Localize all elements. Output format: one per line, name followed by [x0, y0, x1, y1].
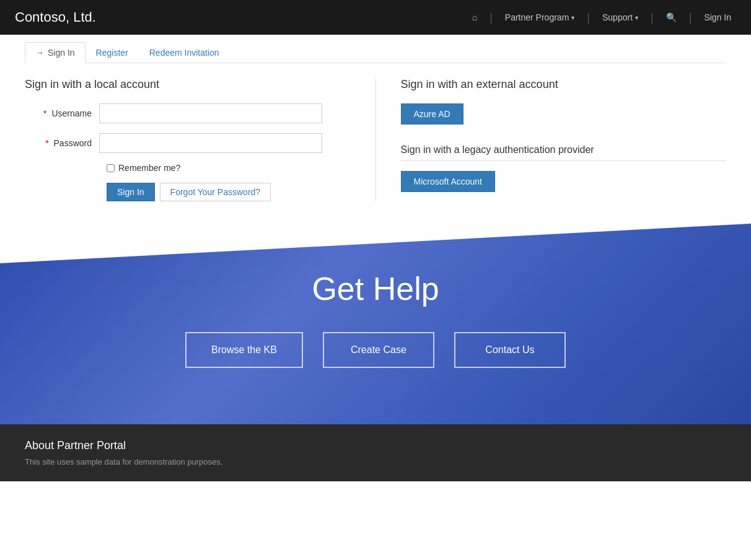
search-icon: 🔍: [666, 12, 677, 22]
local-account-section: Sign in with a local account * Username …: [25, 78, 376, 201]
external-account-section: Sign in with an external account Azure A…: [376, 78, 727, 201]
support-label: Support: [602, 12, 633, 22]
form-buttons: Sign In Forgot Your Password?: [107, 183, 351, 201]
nav-separator-2: |: [587, 11, 590, 24]
get-help-title: Get Help: [12, 270, 739, 307]
local-account-title: Sign in with a local account: [25, 78, 351, 91]
tab-redeem-label: Redeem Invitation: [149, 48, 219, 58]
nav-separator-1: |: [490, 11, 493, 24]
nav-sign-in-button[interactable]: Sign In: [699, 0, 736, 35]
partner-program-chevron: ▾: [571, 14, 574, 21]
home-icon: ⌂: [472, 12, 477, 22]
footer-title: About Partner Portal: [25, 439, 726, 452]
support-button[interactable]: Support ▾: [597, 0, 643, 35]
password-required-star: *: [45, 138, 48, 148]
top-navigation: Contoso, Ltd. ⌂ | Partner Program ▾ | Su…: [0, 0, 751, 35]
main-content: → Sign In Register Redeem Invitation Sig…: [0, 35, 751, 214]
tab-sign-in[interactable]: → Sign In: [25, 42, 86, 63]
tab-redeem[interactable]: Redeem Invitation: [139, 42, 230, 63]
username-required-star: *: [43, 108, 46, 118]
sign-in-layout: Sign in with a local account * Username …: [25, 78, 726, 201]
get-help-buttons: Browse the KB Create Case Contact Us: [12, 332, 739, 368]
brand-name: Contoso, Ltd.: [15, 9, 467, 25]
forgot-password-button[interactable]: Forgot Your Password?: [160, 183, 271, 201]
footer-text: This site uses sample data for demonstra…: [25, 457, 726, 466]
legacy-auth-title: Sign in with a legacy authentication pro…: [401, 144, 727, 161]
footer: About Partner Portal This site uses samp…: [0, 424, 751, 481]
nav-separator-3: |: [651, 11, 654, 24]
auth-tabs: → Sign In Register Redeem Invitation: [25, 35, 726, 63]
password-label: * Password: [25, 138, 99, 148]
password-input[interactable]: [99, 133, 322, 153]
username-row: * Username: [25, 103, 351, 123]
contact-us-button[interactable]: Contact Us: [454, 332, 566, 368]
sign-in-submit-button[interactable]: Sign In: [107, 183, 155, 201]
nav-links: ⌂ | Partner Program ▾ | Support ▾ | 🔍 | …: [467, 0, 736, 35]
home-button[interactable]: ⌂: [467, 0, 482, 35]
microsoft-account-button[interactable]: Microsoft Account: [401, 171, 496, 192]
partner-program-label: Partner Program: [505, 12, 569, 22]
create-case-button[interactable]: Create Case: [323, 332, 434, 368]
tab-register-label: Register: [96, 48, 128, 58]
support-chevron: ▾: [635, 14, 638, 21]
get-help-content: Get Help Browse the KB Create Case Conta…: [12, 270, 739, 368]
search-button[interactable]: 🔍: [661, 0, 682, 35]
sign-in-icon: →: [35, 48, 44, 58]
tab-sign-in-label: Sign In: [48, 48, 75, 58]
username-input[interactable]: [99, 103, 322, 123]
azure-ad-button[interactable]: Azure AD: [401, 103, 463, 125]
get-help-section: Get Help Browse the KB Create Case Conta…: [0, 214, 751, 424]
remember-me-label[interactable]: Remember me?: [118, 163, 180, 173]
remember-me-checkbox[interactable]: [107, 164, 115, 172]
remember-me-row: Remember me?: [107, 163, 351, 173]
nav-separator-4: |: [689, 11, 692, 24]
password-row: * Password: [25, 133, 351, 153]
external-account-title: Sign in with an external account: [401, 78, 727, 91]
browse-kb-button[interactable]: Browse the KB: [185, 332, 303, 368]
tab-register[interactable]: Register: [86, 42, 139, 63]
username-label: * Username: [25, 108, 99, 118]
partner-program-button[interactable]: Partner Program ▾: [500, 0, 579, 35]
